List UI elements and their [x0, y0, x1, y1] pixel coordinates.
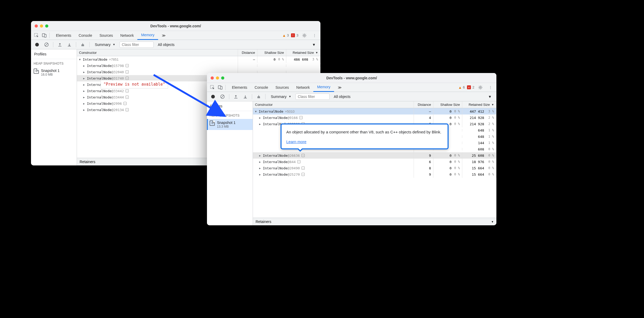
close-icon[interactable] [211, 76, 214, 80]
tab-network[interactable]: Network [293, 83, 313, 92]
window-title: DevTools - www.google.com/ [31, 24, 320, 28]
error-count[interactable]: ! 3 [291, 33, 298, 37]
popup-text: An object allocated by a component other… [286, 129, 443, 135]
tab-elements[interactable]: Elements [228, 83, 251, 92]
col-constructor[interactable]: Constructor [253, 101, 414, 108]
device-icon[interactable] [40, 32, 48, 39]
memory-toolbar: Summary ▼ All objects ▼ [31, 40, 320, 49]
inspect-icon[interactable] [209, 84, 216, 91]
warning-icon: ▲ [458, 85, 462, 90]
svg-line-5 [45, 43, 48, 46]
clear-icon[interactable] [219, 93, 226, 101]
table-row[interactable]: ▼InternalNode×5010–00 %447 4123 % [253, 108, 496, 114]
tab-sources[interactable]: Sources [96, 31, 117, 40]
col-retained[interactable]: Retained Size ▼ [462, 101, 496, 108]
traffic-lights[interactable] [35, 24, 48, 28]
separator [229, 94, 229, 99]
minimize-icon[interactable] [40, 24, 43, 28]
tab-memory[interactable]: Memory [313, 83, 334, 92]
download-icon[interactable] [65, 41, 73, 49]
chevron-down-icon: ▼ [315, 51, 318, 54]
traffic-lights[interactable] [211, 76, 224, 80]
class-filter-input[interactable] [120, 41, 154, 48]
table-row[interactable]: ▶InternalNode @15798 [77, 62, 320, 69]
close-icon[interactable] [35, 24, 38, 28]
inspect-icon[interactable] [33, 32, 40, 39]
table-header: Constructor Distance Shallow Size Retain… [77, 49, 320, 56]
svg-point-9 [480, 87, 481, 88]
device-icon[interactable] [216, 84, 224, 91]
col-shallow[interactable]: Shallow Size [257, 49, 286, 56]
tab-console[interactable]: Console [75, 31, 96, 40]
object-filter-select[interactable]: All objects ▼ [331, 95, 494, 99]
col-retained[interactable]: Retained Size ▼ [286, 49, 320, 56]
separator [76, 42, 76, 47]
panel-tabs: Elements Console Sources Network Memory … [31, 31, 320, 40]
col-distance[interactable]: Distance [238, 49, 257, 56]
table-row[interactable]: ▶InternalNode @25270900 %15 6640 % [253, 171, 496, 178]
maximize-icon[interactable] [45, 24, 48, 28]
minimize-icon[interactable] [216, 76, 219, 80]
tab-more[interactable]: ≫ [158, 31, 169, 40]
chevron-down-icon: ▼ [312, 43, 316, 47]
sweep-icon[interactable] [255, 93, 263, 101]
tab-network[interactable]: Network [117, 31, 137, 40]
view-select[interactable]: Summary ▼ [268, 93, 294, 100]
error-count[interactable]: × 2 [467, 85, 474, 89]
chevron-down-icon: ▼ [491, 103, 494, 106]
learn-more-link[interactable]: Learn more [286, 139, 307, 144]
tab-console[interactable]: Console [251, 83, 272, 92]
record-button[interactable] [209, 93, 217, 101]
record-button[interactable] [33, 41, 41, 49]
settings-icon[interactable] [476, 84, 484, 91]
sweep-icon[interactable] [79, 41, 87, 49]
tab-elements[interactable]: Elements [52, 31, 75, 40]
clear-icon[interactable] [43, 41, 50, 49]
class-filter-input[interactable] [295, 93, 330, 100]
col-distance[interactable]: Distance [414, 101, 433, 108]
warning-count[interactable]: ▲ 6 [458, 85, 465, 90]
table-row[interactable]: ▶InternalNode @20490800 %15 6640 % [253, 165, 496, 171]
warning-count[interactable]: ▲ 3 [282, 33, 289, 38]
table-row[interactable]: ▶InternalNode @9166400 %214 9282 % [253, 114, 496, 121]
table-row[interactable]: ▶InternalNode @26636900 %25 6080 % [253, 152, 496, 159]
tab-memory[interactable]: Memory [137, 31, 158, 40]
snapshot-name: Snapshot 1 [217, 121, 236, 125]
table-row[interactable]: ▶InternalNode @844600 %18 9760 % [253, 159, 496, 165]
sidebar-subheader: HEAP SNAPSHOTS [31, 59, 77, 67]
error-icon: ! [291, 33, 295, 37]
table-row[interactable]: ▼InternalNode×7851–00 %486 6083 % [77, 56, 320, 62]
settings-icon[interactable] [300, 32, 308, 39]
tab-sources[interactable]: Sources [272, 83, 293, 92]
retainers-header[interactable]: Retainers ▼ [253, 218, 496, 225]
view-select[interactable]: Summary ▼ [92, 41, 118, 48]
panel-tabs: Elements Console Sources Network Memory … [207, 83, 496, 92]
svg-line-11 [221, 95, 224, 98]
object-filter-select[interactable]: All objects ▼ [155, 43, 318, 47]
preview-tooltip: "Preview is not available" [101, 80, 168, 88]
snapshot-item[interactable]: % Snapshot 1 13.3 MB [207, 119, 253, 130]
svg-rect-8 [220, 86, 222, 89]
kebab-icon[interactable]: ⋮ [310, 32, 318, 39]
info-popup: An object allocated by a component other… [281, 123, 449, 149]
popup-tail [297, 149, 303, 152]
snapshot-size: 13.3 MB [217, 125, 236, 128]
col-shallow[interactable]: Shallow Size [433, 101, 462, 108]
upload-icon[interactable] [56, 41, 64, 49]
chevron-down-icon: ▼ [488, 95, 492, 99]
kebab-icon[interactable]: ⋮ [486, 84, 494, 91]
titlebar: DevTools - www.google.com/ [31, 21, 320, 31]
snapshot-item[interactable]: % Snapshot 1 16.0 MB [31, 67, 77, 78]
snapshot-icon: % [34, 69, 39, 74]
download-icon[interactable] [241, 93, 249, 101]
separator [89, 42, 90, 47]
tab-more[interactable]: ≫ [334, 83, 345, 92]
sidebar-header: Profiles [31, 49, 77, 59]
svg-point-3 [304, 35, 305, 36]
titlebar: DevTools - www.google.com/ [207, 73, 496, 83]
col-constructor[interactable]: Constructor [77, 49, 238, 56]
upload-icon[interactable] [232, 93, 240, 101]
maximize-icon[interactable] [221, 76, 224, 80]
sidebar-subheader: HEAP SNAPSHOTS [207, 111, 253, 119]
separator [225, 85, 226, 90]
